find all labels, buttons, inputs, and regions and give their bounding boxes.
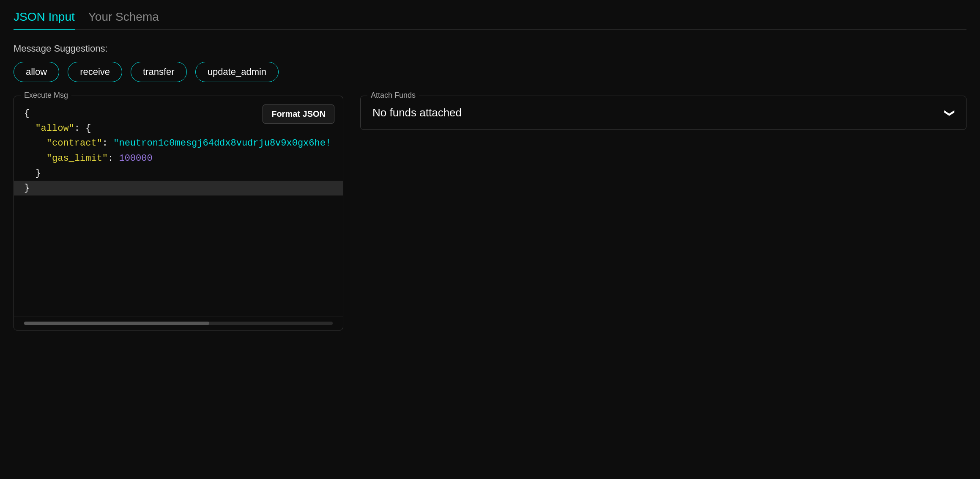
suggestions-label: Message Suggestions: — [14, 43, 966, 54]
funds-box-label: Attach Funds — [367, 91, 419, 100]
code-key-gas: "gas_limit" — [47, 153, 108, 164]
execute-panel: Execute Msg Format JSON { "allow": { "co… — [14, 96, 343, 330]
code-editor[interactable]: Format JSON { "allow": { "contract": "ne… — [14, 96, 343, 316]
funds-select-value: No funds attached — [372, 106, 462, 119]
code-line-6: } — [14, 181, 343, 195]
app-container: JSON Input Your Schema Message Suggestio… — [0, 0, 980, 341]
chip-receive[interactable]: receive — [68, 62, 122, 82]
chevron-down-icon: ❯ — [944, 109, 956, 117]
tab-json-input[interactable]: JSON Input — [14, 10, 75, 30]
code-line-3: "contract": "neutron1c0mesgj64ddx8vudrju… — [24, 136, 333, 151]
code-line-5: } — [24, 166, 333, 181]
main-content: Execute Msg Format JSON { "allow": { "co… — [14, 96, 966, 330]
code-val-gas: 100000 — [119, 153, 152, 164]
code-line-4: "gas_limit": 100000 — [24, 151, 333, 166]
funds-select-dropdown[interactable]: No funds attached ❯ — [361, 96, 966, 129]
format-json-button[interactable]: Format JSON — [263, 105, 334, 124]
tabs-bar: JSON Input Your Schema — [14, 10, 966, 30]
scrollbar-thumb[interactable] — [24, 322, 209, 325]
scrollbar-track — [24, 322, 333, 325]
code-val-contract: "neutron1c0mesgj64ddx8vudrju8v9x0gx6he! — [113, 138, 331, 149]
code-key-allow: "allow" — [35, 123, 74, 134]
chip-allow[interactable]: allow — [14, 62, 59, 82]
suggestions-row: allow receive transfer update_admin — [14, 62, 966, 82]
funds-panel: Attach Funds No funds attached ❯ — [360, 96, 966, 330]
scrollbar-area — [14, 316, 343, 330]
funds-box: Attach Funds No funds attached ❯ — [360, 96, 966, 130]
tab-your-schema[interactable]: Your Schema — [88, 10, 159, 30]
chip-update-admin[interactable]: update_admin — [195, 62, 279, 82]
code-key-contract: "contract" — [47, 138, 102, 149]
chip-transfer[interactable]: transfer — [131, 62, 187, 82]
